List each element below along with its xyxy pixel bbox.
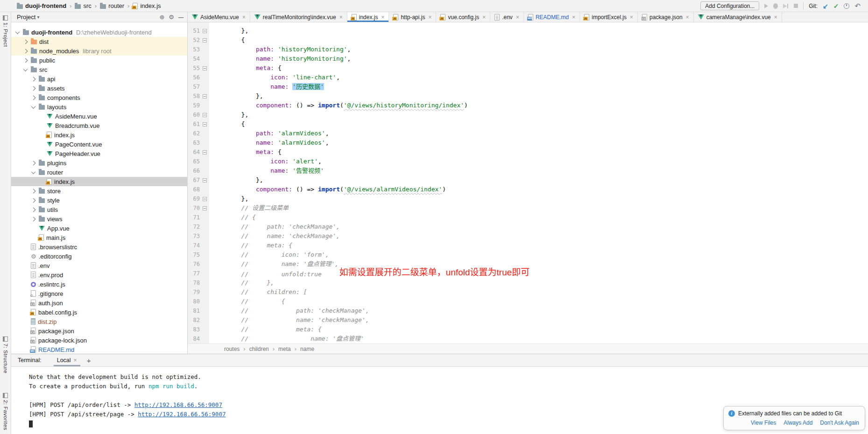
tree-item[interactable]: index.js [11, 130, 187, 140]
tree-item[interactable]: .browserslistrc [11, 242, 187, 252]
stripe-favorites-button[interactable]: 2: Favorites [0, 393, 11, 430]
breadcrumb-item[interactable]: src [75, 2, 91, 9]
editor-tab[interactable]: cameraManage\index.vue [694, 12, 782, 22]
tree-item[interactable]: store [11, 186, 187, 196]
editor-tab[interactable]: vue.config.js [436, 12, 490, 22]
fold-marker-icon[interactable] [203, 94, 207, 98]
tab-close-icon[interactable] [427, 14, 431, 21]
tab-close-icon[interactable] [241, 14, 246, 21]
tree-item[interactable]: utils [11, 205, 187, 214]
terminal-tab-close-icon[interactable] [74, 357, 77, 364]
breadcrumb-item[interactable]: router [100, 2, 124, 9]
breadcrumb-item[interactable]: duoji-frontend [17, 2, 66, 9]
tree-item[interactable]: dist [11, 37, 187, 46]
editor-tab[interactable]: realTimeMonitoring\index.vue [250, 12, 347, 22]
tree-item[interactable]: layouts [11, 102, 187, 112]
tree-item[interactable]: .gitignore [11, 289, 187, 298]
chevron-down-icon[interactable] [15, 29, 20, 34]
chevron-right-icon[interactable] [31, 95, 36, 100]
tree-item[interactable]: style [11, 196, 187, 205]
chevron-down-icon[interactable] [31, 169, 36, 174]
editor-breadcrumb-item[interactable]: routes [224, 346, 240, 352]
new-terminal-session-icon[interactable] [87, 357, 91, 364]
terminal-tab-local[interactable]: Local [54, 354, 80, 366]
tree-item[interactable]: PageContent.vue [11, 140, 187, 149]
fold-marker-icon[interactable] [203, 197, 207, 201]
tab-close-icon[interactable] [339, 14, 343, 21]
locate-file-icon[interactable] [159, 14, 164, 20]
debug-icon[interactable] [773, 3, 778, 9]
editor-breadcrumb-item[interactable]: name [300, 346, 314, 352]
tree-item[interactable]: .editorconfig [11, 252, 187, 261]
code-editor[interactable]: 51 },52 {53 path: 'historyMonitoring',54… [188, 22, 868, 343]
editor-tab[interactable]: http-api.js [389, 12, 436, 22]
tree-item[interactable]: node_moduleslibrary root [11, 46, 187, 56]
tree-item[interactable]: components [11, 93, 187, 102]
fold-marker-icon[interactable] [203, 29, 207, 33]
tree-item[interactable]: duoji-frontendD:\zheheWeb\duoji-frontend [11, 28, 187, 37]
tab-close-icon[interactable] [773, 14, 777, 21]
notification-action-link[interactable]: View Files [751, 420, 776, 426]
terminal-link[interactable]: http://192.168.66.56:9007 [134, 401, 222, 408]
chevron-down-icon[interactable] [31, 104, 36, 109]
tree-item[interactable]: index.js [11, 177, 187, 186]
tree-item[interactable]: public [11, 56, 187, 65]
tab-close-icon[interactable] [380, 14, 384, 21]
chevron-right-icon[interactable] [31, 189, 36, 193]
tree-item[interactable]: .env.prod [11, 270, 187, 280]
chevron-right-icon[interactable] [23, 58, 28, 63]
tree-item[interactable]: api [11, 74, 187, 84]
tree-item[interactable]: plugins [11, 158, 187, 168]
stop-icon[interactable] [794, 4, 798, 8]
chevron-right-icon[interactable] [31, 198, 36, 203]
chevron-right-icon[interactable] [31, 77, 36, 81]
tree-item[interactable]: views [11, 214, 187, 224]
fold-marker-icon[interactable] [203, 150, 207, 154]
editor-tab[interactable]: index.js [347, 12, 389, 22]
tree-item[interactable]: README.md [11, 345, 187, 354]
breadcrumb-item[interactable]: index.js [133, 2, 161, 9]
tab-close-icon[interactable] [481, 14, 486, 21]
tab-close-icon[interactable] [571, 14, 575, 21]
tree-item[interactable]: router [11, 168, 187, 177]
project-view-selector[interactable]: Project [17, 14, 40, 21]
fold-marker-icon[interactable] [203, 122, 207, 126]
git-commit-icon[interactable] [833, 3, 839, 9]
fold-marker-icon[interactable] [203, 113, 207, 117]
chevron-right-icon[interactable] [23, 39, 28, 44]
editor-tab[interactable]: AsideMenu.vue [188, 12, 250, 22]
add-configuration-button[interactable]: Add Configuration... [700, 1, 759, 10]
hide-panel-icon[interactable] [178, 14, 183, 20]
fold-marker-icon[interactable] [203, 66, 207, 70]
tree-item[interactable]: .eslintrc.js [11, 280, 187, 289]
git-update-icon[interactable] [823, 3, 828, 9]
terminal-link[interactable]: http://192.168.66.56:9007 [138, 411, 226, 418]
tree-item[interactable]: babel.config.js [11, 308, 187, 317]
git-history-icon[interactable] [844, 3, 849, 9]
tree-item[interactable]: dist.zip [11, 317, 187, 326]
editor-tab[interactable]: .env [490, 12, 524, 22]
tree-item[interactable]: PageHeader.vue [11, 149, 187, 158]
notification-action-link[interactable]: Always Add [783, 420, 812, 426]
git-rollback-icon[interactable] [854, 2, 861, 9]
fold-marker-icon[interactable] [203, 38, 207, 42]
editor-tab[interactable]: README.md [524, 12, 580, 22]
tab-close-icon[interactable] [515, 14, 519, 21]
tree-item[interactable]: src [11, 65, 187, 74]
chevron-right-icon[interactable] [31, 207, 36, 212]
chevron-right-icon[interactable] [23, 49, 28, 53]
run-coverage-icon[interactable] [783, 3, 789, 9]
tree-item[interactable]: App.vue [11, 224, 187, 233]
tree-item[interactable]: Breadcrumb.vue [11, 121, 187, 130]
tree-item[interactable]: auth.json [11, 298, 187, 308]
tree-item[interactable]: .env [11, 261, 187, 270]
tree-item[interactable]: package-lock.json [11, 336, 187, 345]
tree-item[interactable]: assets [11, 84, 187, 93]
stripe-project-button[interactable]: 1: Project [0, 15, 11, 47]
chevron-right-icon[interactable] [31, 86, 36, 91]
editor-tab[interactable]: importExcel.js [580, 12, 638, 22]
tree-item[interactable]: AsideMenu.vue [11, 112, 187, 121]
chevron-down-icon[interactable] [23, 67, 28, 71]
tree-item[interactable]: main.js [11, 233, 187, 242]
tab-close-icon[interactable] [685, 14, 689, 21]
